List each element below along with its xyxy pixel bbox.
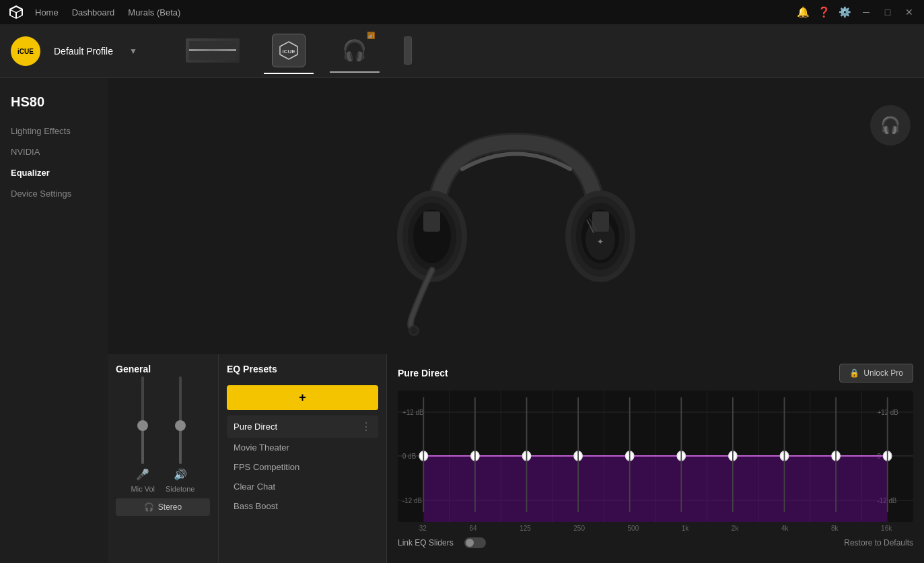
toggle-knob	[466, 539, 474, 547]
freq-500: 500	[628, 525, 639, 532]
eq-header: Pure Direct 🔒 Unlock Pro	[398, 364, 913, 383]
center-content: ✦ 🎧 General	[108, 78, 924, 563]
device-tab-dongle[interactable]	[396, 31, 420, 71]
unlock-pro-button[interactable]: 🔒 Unlock Pro	[839, 364, 913, 383]
freq-64: 64	[469, 525, 476, 532]
freq-250: 250	[573, 525, 585, 532]
unlock-pro-label: Unlock Pro	[863, 368, 903, 378]
close-button[interactable]: ✕	[902, 7, 916, 18]
sidetone-label: Sidetone	[166, 485, 194, 493]
bell-icon[interactable]: 🔔	[797, 6, 810, 18]
settings-icon[interactable]: ⚙️	[839, 6, 851, 18]
sidetone-thumb[interactable]	[175, 420, 186, 431]
device-tabs: iCUE 🎧 📶	[178, 28, 420, 74]
sidebar-item-device-settings[interactable]: Device Settings	[0, 183, 108, 204]
general-sliders: 🎤 Mic Vol 🔊 Sidetone	[116, 385, 210, 493]
preset-label-movie-theater: Movie Theater	[234, 442, 289, 453]
freq-16k: 16k	[881, 525, 892, 532]
freq-125: 125	[520, 525, 531, 532]
general-panel: General 🎤 Mic Vol	[108, 354, 219, 563]
svg-text:iCUE: iCUE	[17, 48, 34, 55]
eq-svg[interactable]: +12 dB 0 dB -12 dB +12 dB 0 dB -12 dB	[398, 391, 913, 522]
freq-32: 32	[419, 525, 427, 532]
eq-graph-panel: Pure Direct 🔒 Unlock Pro	[387, 354, 924, 563]
eq-visualizer: +12 dB 0 dB -12 dB +12 dB 0 dB -12 dB	[398, 391, 913, 522]
sidetone-fill	[179, 429, 182, 464]
svg-rect-16	[423, 211, 440, 232]
preset-item-bass-boost[interactable]: Bass Boost	[227, 496, 378, 516]
eq-bottom-bar: Link EQ Sliders Restore to Defaults	[398, 537, 913, 548]
sidetone-icon: 🔊	[174, 468, 187, 481]
device-tab-ram[interactable]	[178, 33, 248, 69]
svg-rect-17	[592, 211, 609, 232]
preset-item-clear-chat[interactable]: Clear Chat	[227, 477, 378, 496]
sidebar: HS80 Lighting Effects NVIDIA Equalizer D…	[0, 78, 108, 563]
preset-more-icon[interactable]: ⋮	[361, 420, 371, 433]
svg-text:iCUE: iCUE	[282, 48, 295, 55]
link-eq-label: Link EQ Sliders	[398, 538, 454, 548]
preset-item-fps-competition[interactable]: FPS Competition	[227, 457, 378, 477]
profile-dropdown[interactable]: ▼	[129, 46, 137, 56]
link-eq-toggle[interactable]	[464, 537, 486, 548]
preset-label-pure-direct: Pure Direct	[234, 422, 277, 432]
minimize-button[interactable]: ─	[859, 7, 873, 18]
nav-murals[interactable]: Murals (Beta)	[128, 5, 180, 20]
title-bar: Home Dashboard Murals (Beta) 🔔 ❓ ⚙️ ─ □ …	[0, 0, 924, 24]
device-tab-badge[interactable]: iCUE	[264, 28, 314, 74]
preset-label-fps-competition: FPS Competition	[234, 462, 299, 472]
sidebar-item-equalizer[interactable]: Equalizer	[0, 162, 108, 183]
svg-text:-12 dB: -12 dB	[402, 496, 422, 504]
question-icon[interactable]: ❓	[818, 6, 830, 18]
main-content: HS80 Lighting Effects NVIDIA Equalizer D…	[0, 78, 924, 563]
restore-defaults-button[interactable]: Restore to Defaults	[844, 538, 913, 548]
headset-image: ✦	[375, 102, 658, 344]
svg-text:0 dB: 0 dB	[402, 452, 416, 460]
bottom-panel: General 🎤 Mic Vol	[108, 354, 924, 563]
device-title: HS80	[0, 89, 108, 121]
headphones-icon: 🎧	[144, 502, 154, 512]
preset-item-movie-theater[interactable]: Movie Theater	[227, 438, 378, 457]
add-preset-button[interactable]: +	[227, 385, 378, 410]
svg-marker-38	[423, 456, 887, 522]
nav-dashboard[interactable]: Dashboard	[72, 5, 115, 20]
corsair-avatar-icon: 🎧	[880, 116, 900, 135]
wifi-icon: 📶	[367, 32, 375, 39]
sidetone-slider-container: 🔊 Sidetone	[166, 376, 194, 493]
profile-icon: iCUE	[11, 36, 40, 66]
stereo-label: Stereo	[158, 502, 182, 512]
eq-presets-title: EQ Presets	[227, 364, 378, 374]
freq-2k: 2k	[732, 525, 739, 532]
eq-freq-labels: 32 64 125 250 500 1k 2k 4k 8k 16k	[398, 522, 913, 532]
freq-8k: 8k	[831, 525, 839, 532]
mic-vol-label: Mic Vol	[131, 485, 155, 493]
title-bar-controls: 🔔 ❓ ⚙️ ─ □ ✕	[797, 6, 916, 18]
nav-menu: Home Dashboard Murals (Beta)	[35, 5, 786, 20]
eq-presets-panel: EQ Presets + Pure Direct ⋮ Movie Theater…	[219, 354, 387, 563]
general-title: General	[116, 364, 210, 374]
lock-icon: 🔒	[849, 368, 859, 378]
mic-vol-fill	[141, 429, 144, 464]
sidebar-item-lighting[interactable]: Lighting Effects	[0, 121, 108, 141]
eq-graph-title: Pure Direct	[398, 368, 448, 378]
nav-home[interactable]: Home	[35, 5, 59, 20]
maximize-button[interactable]: □	[881, 7, 894, 18]
corsair-logo	[8, 4, 24, 20]
freq-4k: 4k	[781, 525, 789, 532]
mic-vol-thumb[interactable]	[137, 420, 148, 431]
stereo-button[interactable]: 🎧 Stereo	[116, 498, 210, 516]
device-tab-headset[interactable]: 🎧 📶	[330, 30, 380, 73]
mic-vol-track[interactable]	[141, 376, 144, 464]
freq-1k: 1k	[682, 525, 689, 532]
svg-text:+12 dB: +12 dB	[402, 408, 423, 416]
mic-icon: 🎤	[136, 468, 149, 481]
preset-label-bass-boost: Bass Boost	[234, 501, 278, 511]
profile-bar: iCUE Default Profile ▼ iCUE 🎧	[0, 24, 924, 78]
preset-item-pure-direct[interactable]: Pure Direct ⋮	[227, 416, 378, 438]
svg-text:✦: ✦	[597, 237, 604, 246]
plus-icon: +	[299, 391, 306, 405]
mic-vol-slider-container: 🎤 Mic Vol	[131, 376, 155, 493]
headset-icon: 🎧	[342, 38, 367, 62]
sidetone-track[interactable]	[179, 376, 182, 464]
profile-name: Default Profile	[54, 46, 113, 57]
sidebar-item-nvidia[interactable]: NVIDIA	[0, 141, 108, 162]
